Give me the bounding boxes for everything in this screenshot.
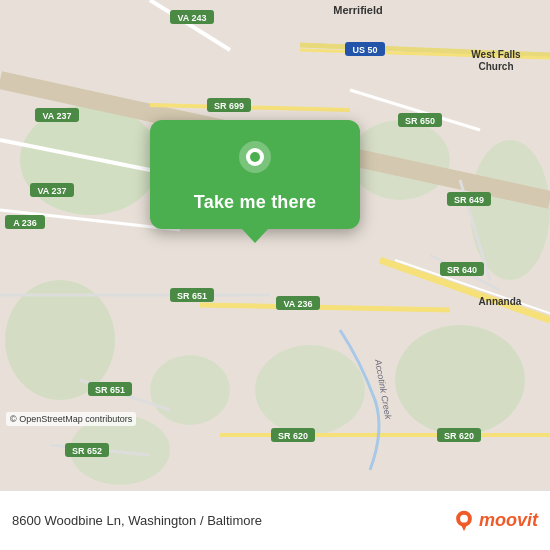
svg-text:SR 649: SR 649 [454,195,484,205]
svg-text:SR 651: SR 651 [177,291,207,301]
svg-marker-66 [461,524,467,531]
location-pin-icon [233,138,277,182]
map-container: VA 243 US 50 VA 237 VA 237 SR 699 SR 650… [0,0,550,490]
svg-text:SR 620: SR 620 [278,431,308,441]
svg-text:SR 699: SR 699 [214,101,244,111]
svg-point-6 [150,355,230,425]
moovit-pin-icon [453,510,475,532]
moovit-logo-text: moovit [479,510,538,531]
take-me-there-button[interactable]: Take me there [194,192,316,213]
svg-text:VA 237: VA 237 [42,111,71,121]
svg-text:West Falls: West Falls [471,49,521,60]
svg-text:VA 236: VA 236 [283,299,312,309]
popup-card: Take me there [150,120,360,229]
svg-text:Annanda: Annanda [479,296,522,307]
svg-point-4 [395,325,525,435]
svg-text:SR 650: SR 650 [405,116,435,126]
osm-attribution: © OpenStreetMap contributors [6,412,136,426]
svg-point-63 [250,152,260,162]
bottom-bar: 8600 Woodbine Ln, Washington / Baltimore… [0,490,550,550]
svg-text:A 236: A 236 [13,218,37,228]
svg-text:Church: Church [479,61,514,72]
svg-point-7 [470,140,550,280]
svg-text:VA 237: VA 237 [37,186,66,196]
svg-text:SR 640: SR 640 [447,265,477,275]
svg-text:Merrifield: Merrifield [333,4,383,16]
address-label: 8600 Woodbine Ln, Washington / Baltimore [12,513,262,528]
svg-text:SR 651: SR 651 [95,385,125,395]
svg-text:SR 620: SR 620 [444,431,474,441]
moovit-logo: moovit [453,510,538,532]
svg-text:SR 652: SR 652 [72,446,102,456]
svg-point-65 [460,514,468,522]
svg-text:US 50: US 50 [352,45,377,55]
svg-point-5 [255,345,365,435]
svg-text:VA 243: VA 243 [177,13,206,23]
